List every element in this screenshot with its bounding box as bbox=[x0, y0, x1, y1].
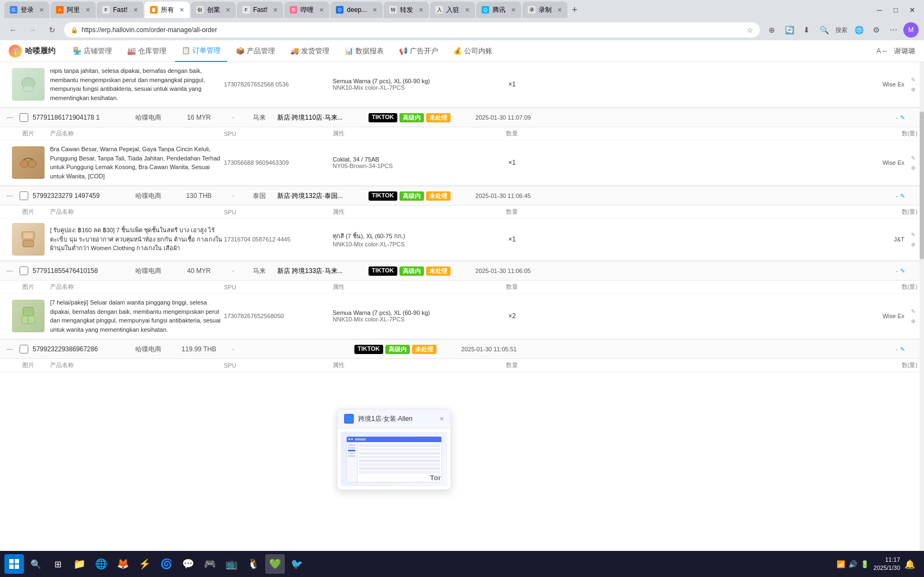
top-product-edit-icon[interactable]: ✎ bbox=[909, 75, 917, 84]
settings-icon[interactable]: ⚙ bbox=[869, 22, 884, 38]
order-checkbox-2[interactable] bbox=[20, 191, 28, 200]
tab-login[interactable]: G 登录 ✕ bbox=[4, 2, 49, 18]
address-box[interactable]: 🔒 https://erp.hallovin.com/order-manage/… bbox=[64, 22, 760, 38]
download-icon[interactable]: ⬇ bbox=[799, 22, 814, 38]
product-copy-icon-1[interactable]: ⊕ bbox=[909, 163, 917, 172]
product-edit-icon-2[interactable]: ✎ bbox=[909, 230, 917, 239]
search-text-icon[interactable]: 搜索 bbox=[834, 22, 849, 38]
order-more-2[interactable]: ✎ bbox=[900, 193, 905, 200]
tab-forward[interactable]: 转 转发 ✕ bbox=[384, 2, 429, 18]
tab-ali[interactable]: A 阿里 ✕ bbox=[51, 2, 96, 18]
taskbar-app9[interactable]: 🐦 bbox=[287, 554, 307, 555]
order-more-4[interactable]: ✎ bbox=[900, 346, 905, 353]
underwear-image bbox=[17, 304, 39, 328]
new-tab-button[interactable]: + bbox=[569, 4, 581, 16]
product-copy-icon-3[interactable]: ⊕ bbox=[909, 317, 917, 325]
tab-startup[interactable]: 创 创業 ✕ bbox=[191, 2, 236, 18]
taskbar-task-view[interactable]: ⊞ bbox=[48, 554, 67, 555]
search-icon[interactable]: 🔍 bbox=[816, 22, 832, 38]
tab-close-all[interactable]: ✕ bbox=[179, 7, 184, 14]
order-more-1[interactable]: ✎ bbox=[900, 114, 905, 121]
taskbar-app7[interactable]: 🐧 bbox=[244, 554, 263, 555]
order-checkbox-3[interactable] bbox=[20, 266, 28, 275]
tab-all-orders[interactable]: 📋 所有 ✕ bbox=[145, 2, 190, 18]
tab-close-tencent[interactable]: ✕ bbox=[511, 7, 516, 14]
order-checkbox-4[interactable] bbox=[20, 345, 28, 353]
tab-close-login[interactable]: ✕ bbox=[39, 7, 44, 14]
order-checkbox-1[interactable] bbox=[20, 113, 28, 122]
tab-fast1[interactable]: F Fast! ✕ bbox=[97, 2, 143, 18]
translate-button[interactable]: A↔ bbox=[875, 44, 890, 59]
order-main-row-2: — 57992323279 1497459 哈喋电商 130 THB - 泰国 … bbox=[0, 186, 924, 206]
tooltip-title: 跨境1店·女装·Allen bbox=[358, 414, 413, 424]
nav-shipping[interactable]: 🚚 发货管理 bbox=[284, 40, 336, 62]
nav-ads[interactable]: 📢 广告开户 bbox=[392, 40, 445, 62]
nav-finance[interactable]: 💰 公司内账 bbox=[447, 40, 499, 62]
ph-spu-3: SPU bbox=[224, 284, 333, 290]
product-attr2-3: NNK10-Mix color-XL-7PCS bbox=[333, 316, 496, 322]
taskbar-files[interactable]: 📁 bbox=[70, 554, 89, 555]
tooltip-close-icon[interactable]: ✕ bbox=[439, 415, 444, 423]
collapse-icon-3[interactable]: — bbox=[7, 267, 15, 275]
translate-icon[interactable]: 🌐 bbox=[851, 22, 866, 38]
taskbar-app4[interactable]: 💬 bbox=[178, 554, 198, 555]
close-button[interactable]: ✕ bbox=[904, 2, 920, 17]
collapse-icon-1[interactable]: — bbox=[7, 114, 15, 121]
tab-deep[interactable]: D deep... ✕ bbox=[330, 2, 383, 18]
taskbar-app6[interactable]: 📺 bbox=[222, 554, 241, 555]
profile-icon[interactable]: 🔄 bbox=[782, 22, 797, 38]
product-copy-icon-2[interactable]: ⊕ bbox=[909, 240, 917, 249]
scrollbar[interactable] bbox=[920, 62, 924, 555]
order-edit-2[interactable]: - bbox=[896, 193, 898, 199]
tab-close-bili[interactable]: ✕ bbox=[319, 7, 324, 14]
tab-close-forward[interactable]: ✕ bbox=[419, 7, 423, 14]
nav-products[interactable]: 📦 产品管理 bbox=[229, 40, 282, 62]
user-avatar[interactable]: M bbox=[903, 22, 919, 38]
taskbar-app2[interactable]: ⚡ bbox=[135, 554, 154, 555]
tab-close-deep[interactable]: ✕ bbox=[372, 7, 377, 14]
taskbar-chrome[interactable]: 🌐 bbox=[91, 554, 111, 555]
tab-close-settle[interactable]: ✕ bbox=[465, 7, 470, 14]
collapse-icon-2[interactable]: — bbox=[7, 192, 15, 200]
header-right: A↔ 谢璐璐 bbox=[875, 44, 915, 59]
top-product-copy-icon[interactable]: ⊕ bbox=[909, 85, 917, 94]
product-edit-icon-1[interactable]: ✎ bbox=[909, 153, 917, 162]
refresh-button[interactable]: ↻ bbox=[45, 22, 60, 38]
nav-reports[interactable]: 📊 数据报表 bbox=[338, 40, 390, 62]
tab-close-startup[interactable]: ✕ bbox=[226, 7, 230, 14]
nav-warehouse[interactable]: 🏭 仓库管理 bbox=[121, 40, 173, 62]
taskbar-app1[interactable]: 🦊 bbox=[113, 554, 133, 555]
tab-close-fast1[interactable]: ✕ bbox=[133, 7, 138, 14]
tab-record[interactable]: 录 录制 ✕ bbox=[522, 2, 567, 18]
tab-fast2[interactable]: F Fast! ✕ bbox=[237, 2, 284, 18]
taskbar-app5[interactable]: 🎮 bbox=[200, 554, 220, 555]
order-edit-4[interactable]: - bbox=[896, 346, 898, 352]
minimize-button[interactable]: ─ bbox=[872, 2, 887, 17]
nav-store[interactable]: 🏪 店铺管理 bbox=[66, 40, 118, 62]
product-shipper-3: Wise Ex bbox=[883, 313, 904, 319]
tab-settle[interactable]: 入 入驻 ✕ bbox=[430, 2, 475, 18]
taskbar-app8[interactable]: 💚 bbox=[265, 554, 285, 555]
extensions-button[interactable]: ⊕ bbox=[764, 22, 779, 38]
tab-close-record[interactable]: ✕ bbox=[557, 7, 562, 14]
taskbar-search[interactable]: 🔍 bbox=[26, 554, 46, 555]
tab-tencent[interactable]: Q 腾讯 ✕ bbox=[476, 2, 521, 18]
order-store-4: 哈喋电商 bbox=[124, 345, 173, 354]
forward-button[interactable]: → bbox=[25, 22, 40, 38]
tab-close-fast2[interactable]: ✕ bbox=[273, 7, 278, 14]
nav-orders[interactable]: 📋 订单管理 bbox=[175, 40, 227, 62]
collapse-icon-4[interactable]: — bbox=[7, 345, 15, 353]
scrollbar-thumb[interactable] bbox=[920, 111, 924, 259]
order-edit-3[interactable]: - bbox=[896, 268, 898, 274]
back-button[interactable]: ← bbox=[5, 22, 21, 38]
order-edit-1[interactable]: - bbox=[896, 114, 898, 121]
tab-bili[interactable]: B 哔哩 ✕ bbox=[284, 2, 329, 18]
more-button[interactable]: ⋯ bbox=[886, 22, 901, 38]
maximize-button[interactable]: □ bbox=[888, 2, 903, 17]
tab-close-ali[interactable]: ✕ bbox=[85, 7, 90, 14]
order-more-3[interactable]: ✎ bbox=[900, 268, 905, 275]
taskbar-app3[interactable]: 🌀 bbox=[157, 554, 176, 555]
start-button[interactable] bbox=[4, 554, 24, 555]
product-edit-icon-3[interactable]: ✎ bbox=[909, 307, 917, 315]
star-icon[interactable]: ☆ bbox=[747, 26, 753, 34]
